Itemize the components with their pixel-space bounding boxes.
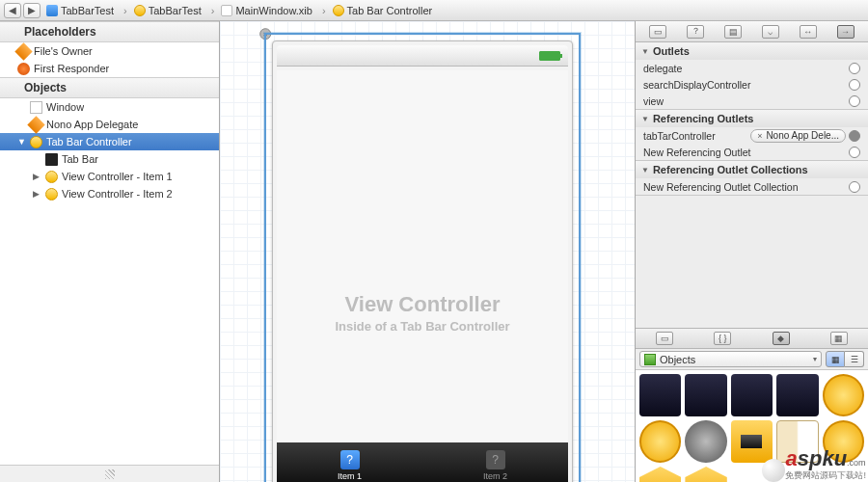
library-item[interactable] (639, 467, 681, 482)
disclosure-closed-icon[interactable]: ▶ (33, 172, 41, 181)
view-controller-canvas[interactable]: View Controller Inside of a Tab Bar Cont… (277, 70, 568, 442)
tab-bar-icon (45, 153, 58, 166)
breadcrumb-item[interactable]: TabBarTest (120, 5, 205, 16)
outlet-connector[interactable] (849, 181, 860, 193)
list-view-button[interactable]: ☰ (845, 351, 864, 367)
outlet-row[interactable]: New Referencing Outlet (636, 144, 868, 160)
tab-item-icon: ? (486, 450, 505, 469)
library-category-selector[interactable]: Objects ▾ (639, 351, 822, 367)
project-icon (46, 5, 58, 16)
outline-row-view-controller-1[interactable]: ▶ View Controller - Item 1 (0, 168, 219, 185)
tab-item-1[interactable]: ? Item 1 (277, 442, 422, 482)
disclosure-closed-icon[interactable]: ▶ (33, 189, 41, 199)
disclosure-open-icon[interactable]: ▼ (641, 47, 649, 56)
section-title: Referencing Outlet Collections (653, 164, 808, 175)
breadcrumb-label: MainWindow.xib (235, 5, 312, 16)
breadcrumb-item[interactable]: MainWindow.xib (207, 5, 316, 16)
outlet-row[interactable]: New Referencing Outlet Collection (636, 178, 868, 195)
outline-row-view-controller-2[interactable]: ▶ View Controller - Item 2 (0, 185, 219, 202)
first-responder-icon (17, 63, 30, 75)
breadcrumb-label: Tab Bar Controller (347, 5, 433, 16)
device-frame[interactable]: View Controller Inside of a Tab Bar Cont… (272, 40, 573, 482)
chevron-updown-icon: ▾ (813, 355, 817, 363)
referencing-outlets-section: ▼Referencing Outlets tabTarController ×N… (636, 110, 868, 161)
breadcrumb-item[interactable]: Tab Bar Controller (318, 5, 436, 16)
row-label: Tab Bar Controller (46, 136, 132, 147)
watermark-dotcom: .com (847, 458, 866, 468)
quick-help-tab[interactable]: ？ (687, 25, 704, 39)
watermark-brand-rest: spku (798, 446, 847, 470)
object-library-tab[interactable]: ◆ (773, 332, 790, 345)
watermark-brand-a: a (785, 446, 797, 470)
outline-row-tab-bar[interactable]: Tab Bar (0, 150, 219, 168)
status-bar (277, 45, 568, 67)
library-view-toggle[interactable]: ▦ ☰ (826, 351, 864, 367)
objects-header: Objects (0, 77, 219, 98)
outlets-section: ▼Outlets delegate searchDisplayControlle… (636, 42, 868, 110)
tab-item-2[interactable]: ? Item 2 (422, 442, 568, 482)
tab-bar[interactable]: ? Item 1 ? Item 2 (277, 442, 568, 482)
size-inspector-tab[interactable]: ↔ (800, 25, 817, 39)
row-label: Nono App Delegate (46, 119, 138, 130)
watermark-ball-icon (762, 459, 785, 482)
interface-builder-canvas[interactable]: × View Controller Inside of a Tab Bar Co… (220, 21, 635, 482)
connections-inspector-tab[interactable]: → (837, 25, 854, 39)
outlet-label: delegate (643, 63, 849, 74)
code-snippet-library-tab[interactable]: { } (714, 332, 731, 345)
outlet-label: New Referencing Outlet (643, 147, 849, 158)
outline-resize-grip[interactable] (0, 465, 219, 482)
outlet-row[interactable]: tabTarController ×Nono App Dele... (636, 127, 868, 144)
folder-icon (134, 5, 146, 16)
breadcrumb-item[interactable]: TabBarTest (42, 5, 118, 16)
library-item[interactable] (685, 467, 726, 482)
section-title: Placeholders (24, 25, 96, 39)
section-title: Objects (24, 81, 67, 94)
row-label: First Responder (34, 63, 109, 74)
disclosure-open-icon[interactable]: ▼ (641, 166, 649, 174)
library-item[interactable] (685, 420, 726, 463)
outlet-connector[interactable] (849, 147, 860, 158)
nav-back-button[interactable]: ◀ (4, 3, 21, 18)
disclosure-open-icon[interactable]: ▼ (17, 137, 26, 147)
outline-row-first-responder[interactable]: First Responder (0, 60, 219, 77)
delegate-icon (27, 116, 44, 133)
disclosure-open-icon[interactable]: ▼ (641, 115, 649, 123)
outlet-connector-filled[interactable] (849, 130, 860, 142)
identity-inspector-tab[interactable]: ▤ (724, 25, 742, 39)
outlet-connection-pill[interactable]: ×Nono App Dele... (750, 129, 846, 143)
placeholder-subtitle: Inside of a Tab Bar Controller (277, 319, 568, 334)
library-item[interactable] (731, 374, 773, 416)
outlet-label: tabTarController (643, 130, 750, 142)
nav-forward-button[interactable]: ▶ (23, 3, 41, 18)
grid-view-button[interactable]: ▦ (826, 351, 845, 367)
library-item[interactable] (823, 374, 864, 416)
tab-bar-controller-icon (30, 136, 42, 148)
outline-row-app-delegate[interactable]: Nono App Delegate (0, 116, 219, 133)
library-item[interactable] (639, 420, 681, 463)
outlet-connector[interactable] (849, 79, 860, 91)
remove-connection-icon[interactable]: × (757, 131, 762, 141)
outline-row-tab-bar-controller[interactable]: ▼ Tab Bar Controller (0, 133, 219, 150)
inspector-tab-bar: ▭ ？ ▤ ⌵ ↔ → (636, 21, 868, 42)
file-inspector-tab[interactable]: ▭ (649, 25, 666, 39)
media-library-tab[interactable]: ▦ (830, 332, 848, 345)
outlet-row[interactable]: delegate (636, 60, 868, 76)
file-template-library-tab[interactable]: ▭ (656, 332, 673, 345)
breadcrumb-label: TabBarTest (149, 5, 202, 16)
outline-row-files-owner[interactable]: File's Owner (0, 42, 219, 60)
outlet-row[interactable]: view (636, 93, 868, 109)
attributes-inspector-tab[interactable]: ⌵ (762, 25, 779, 39)
outline-row-window[interactable]: Window (0, 98, 219, 116)
library-category-label: Objects (660, 354, 695, 365)
outlet-row[interactable]: searchDisplayController (636, 76, 868, 93)
library-item[interactable] (685, 374, 726, 416)
object-library-grid[interactable]: aspku.com 免费网站源码下载站! (636, 370, 868, 482)
library-item[interactable] (639, 374, 681, 416)
connection-target: Nono App Dele... (766, 130, 839, 141)
files-owner-icon (14, 42, 32, 60)
placeholders-header: Placeholders (0, 21, 219, 42)
outlet-label: searchDisplayController (643, 79, 849, 91)
outlet-connector[interactable] (849, 95, 860, 107)
outlet-connector[interactable] (849, 63, 860, 74)
library-item[interactable] (776, 374, 818, 416)
